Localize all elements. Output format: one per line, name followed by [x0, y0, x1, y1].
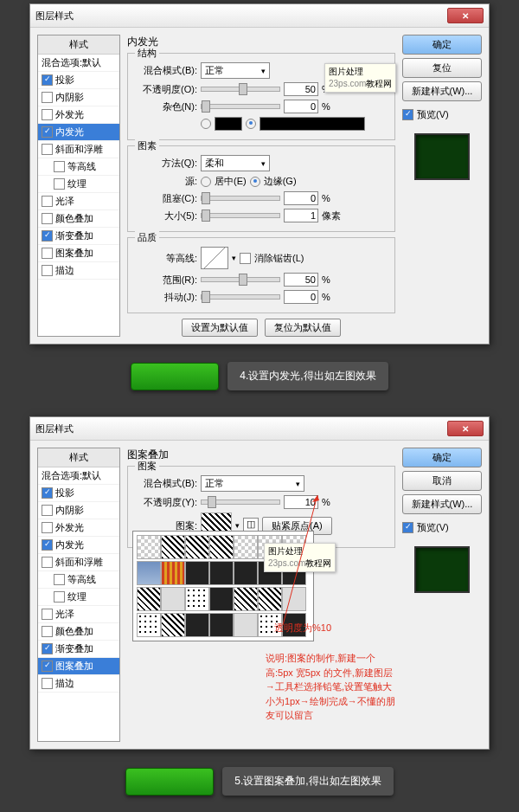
opacity-value[interactable]: 10 [284, 495, 318, 509]
new-style-button[interactable]: 新建样式(W)... [402, 81, 482, 101]
checkbox[interactable] [42, 487, 53, 499]
cancel-button[interactable]: 复位 [402, 58, 482, 78]
titlebar[interactable]: 图层样式 ✕ [30, 4, 489, 28]
checkbox[interactable] [42, 522, 53, 533]
group-label: 品质 [135, 231, 159, 244]
style-item-投影[interactable]: 投影 [38, 485, 119, 502]
radio-color[interactable] [201, 119, 211, 129]
style-item-斜面和浮雕[interactable]: 斜面和浮雕 [38, 141, 119, 158]
checkbox[interactable] [42, 539, 53, 551]
style-item-外发光[interactable]: 外发光 [38, 106, 119, 124]
titlebar[interactable]: 图层样式 ✕ [30, 417, 489, 441]
caption-2: 5.设置图案叠加,得出如左图效果 [222, 767, 393, 796]
style-item-图案叠加[interactable]: 图案叠加 [38, 245, 119, 262]
choke-slider[interactable] [201, 196, 280, 201]
style-item-内发光[interactable]: 内发光 [38, 537, 119, 554]
style-item-内发光[interactable]: 内发光 [38, 124, 119, 141]
checkbox[interactable] [42, 609, 53, 620]
style-item-内阴影[interactable]: 内阴影 [38, 502, 119, 519]
blend-default[interactable]: 混合选项:默认 [38, 467, 119, 485]
style-item-描边[interactable]: 描边 [38, 262, 119, 280]
style-item-外发光[interactable]: 外发光 [38, 519, 119, 537]
close-button[interactable]: ✕ [447, 8, 484, 23]
blend-mode-dropdown[interactable]: 正常 [201, 475, 304, 492]
style-item-光泽[interactable]: 光泽 [38, 606, 119, 623]
px-label: 像素 [322, 209, 341, 222]
checkbox[interactable] [42, 248, 53, 259]
range-slider[interactable] [201, 277, 280, 282]
size-slider[interactable] [201, 213, 280, 218]
checkbox[interactable] [42, 505, 53, 516]
checkbox[interactable] [42, 661, 53, 672]
reset-default-button[interactable]: 复位为默认值 [265, 319, 341, 337]
size-label: 大小(5): [135, 209, 197, 222]
style-header: 样式 [38, 35, 119, 55]
style-item-label: 纹理 [67, 590, 86, 603]
style-item-纹理[interactable]: 纹理 [38, 589, 119, 606]
jitter-value[interactable]: 0 [284, 290, 318, 304]
opacity-value[interactable]: 50 [284, 82, 318, 96]
source-edge-label: 边缘(G) [264, 175, 297, 188]
checkbox[interactable] [54, 161, 65, 172]
style-item-光泽[interactable]: 光泽 [38, 193, 119, 210]
contour-label: 等高线: [135, 252, 197, 265]
set-default-button[interactable]: 设置为默认值 [182, 319, 258, 337]
style-item-颜色叠加[interactable]: 颜色叠加 [38, 623, 119, 641]
style-item-等高线[interactable]: 等高线 [38, 158, 119, 176]
checkbox[interactable] [42, 126, 53, 138]
radio-edge[interactable] [250, 177, 260, 187]
checkbox[interactable] [42, 144, 53, 155]
style-item-描边[interactable]: 描边 [38, 675, 119, 693]
radio-gradient[interactable] [246, 119, 256, 129]
checkbox[interactable] [42, 643, 53, 654]
style-item-渐变叠加[interactable]: 渐变叠加 [38, 228, 119, 245]
method-dropdown[interactable]: 柔和 [201, 155, 270, 171]
checkbox[interactable] [54, 591, 65, 603]
jitter-slider[interactable] [201, 294, 280, 300]
noise-slider[interactable] [201, 104, 280, 109]
checkbox[interactable] [42, 213, 53, 224]
checkbox[interactable] [42, 74, 53, 86]
checkbox[interactable] [42, 109, 53, 120]
checkbox[interactable] [42, 92, 53, 103]
pct: % [322, 274, 330, 285]
contour-picker[interactable] [201, 247, 228, 269]
close-button[interactable]: ✕ [447, 421, 484, 436]
style-item-斜面和浮雕[interactable]: 斜面和浮雕 [38, 554, 119, 571]
ok-button[interactable]: 确定 [402, 448, 482, 467]
style-item-颜色叠加[interactable]: 颜色叠加 [38, 210, 119, 228]
style-item-渐变叠加[interactable]: 渐变叠加 [38, 641, 119, 658]
blend-default[interactable]: 混合选项:默认 [38, 55, 119, 72]
style-item-内阴影[interactable]: 内阴影 [38, 89, 119, 106]
gradient-bar[interactable] [260, 117, 365, 131]
preview-checkbox[interactable] [402, 109, 413, 120]
size-value[interactable]: 1 [284, 209, 318, 222]
checkbox[interactable] [42, 196, 53, 207]
preview-label: 预览(V) [417, 521, 449, 534]
method-label: 方法(Q): [135, 157, 197, 170]
style-item-图案叠加[interactable]: 图案叠加 [38, 658, 119, 675]
ok-button[interactable]: 确定 [402, 35, 482, 55]
cancel-button[interactable]: 取消 [402, 471, 482, 491]
checkbox[interactable] [42, 230, 53, 242]
opacity-slider[interactable] [201, 87, 280, 92]
range-value[interactable]: 50 [284, 273, 318, 287]
noise-value[interactable]: 0 [284, 100, 318, 113]
style-item-纹理[interactable]: 纹理 [38, 176, 119, 193]
opacity-slider[interactable] [201, 499, 280, 505]
style-item-投影[interactable]: 投影 [38, 72, 119, 89]
radio-center[interactable] [201, 177, 211, 187]
color-swatch[interactable] [215, 117, 242, 131]
checkbox[interactable] [42, 557, 53, 568]
checkbox[interactable] [54, 178, 65, 190]
preview-checkbox[interactable] [402, 522, 413, 533]
checkbox[interactable] [42, 626, 53, 637]
style-item-等高线[interactable]: 等高线 [38, 571, 119, 589]
checkbox[interactable] [42, 678, 53, 689]
new-style-button[interactable]: 新建样式(W)... [402, 494, 482, 514]
choke-value[interactable]: 0 [284, 191, 318, 205]
checkbox[interactable] [42, 265, 53, 276]
checkbox[interactable] [54, 574, 65, 585]
blend-mode-dropdown[interactable]: 正常 [201, 62, 270, 79]
antialias-checkbox[interactable] [240, 253, 251, 264]
